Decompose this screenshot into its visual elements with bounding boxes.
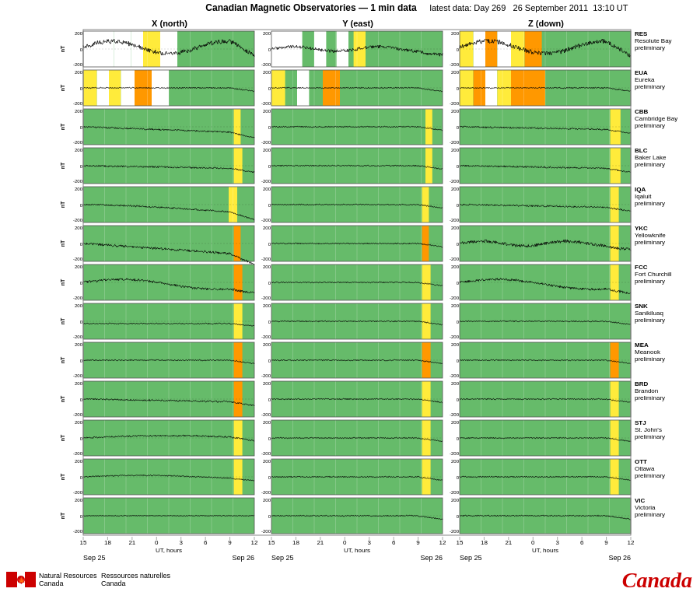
page xyxy=(0,0,700,599)
main-canvas xyxy=(0,0,700,599)
